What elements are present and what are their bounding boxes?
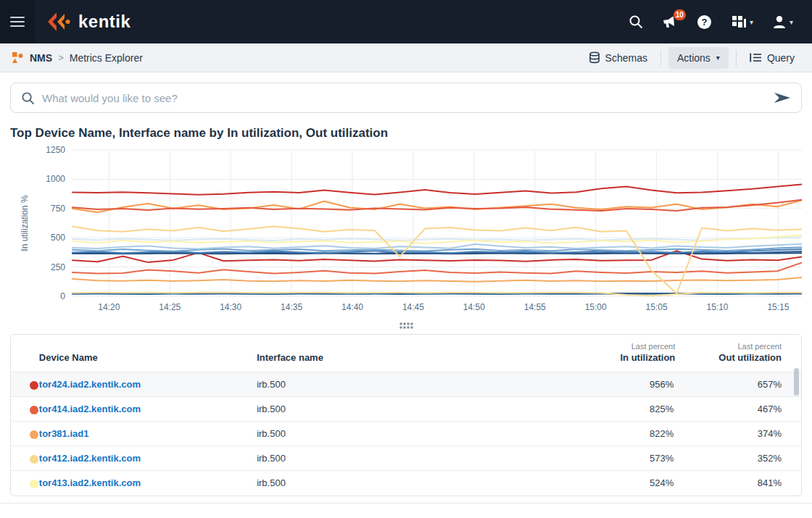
out-utilization-cell: 841% — [675, 471, 801, 496]
chevron-down-icon: ▾ — [750, 18, 753, 26]
global-search-button[interactable] — [629, 14, 643, 29]
actions-label: Actions — [677, 52, 710, 64]
x-tick-label: 14:35 — [281, 302, 302, 312]
device-name-cell: tor381.iad1 — [39, 422, 257, 446]
help-icon: ? — [697, 14, 712, 30]
col-out-utilization-header[interactable]: Last percent Out utilization — [675, 335, 801, 372]
table-row[interactable]: tor413.iad2.kentik.comirb.500524%841% — [11, 471, 801, 496]
y-tick-label: 750 — [51, 204, 65, 214]
breadcrumb-nms[interactable]: NMS — [30, 52, 52, 64]
breadcrumb: NMS > Metrics Explorer — [12, 51, 143, 64]
y-tick-label: 250 — [51, 262, 65, 272]
series-color-cell — [11, 446, 39, 471]
bottom-divider — [0, 503, 812, 504]
in-utilization-cell: 524% — [553, 471, 676, 496]
chart-line-tor424-iad2-kentik-com-irb-500 — [72, 185, 802, 195]
logo-text: kentik — [78, 12, 130, 32]
chart-line-series-7 — [72, 244, 802, 249]
device-name-cell: tor414.iad2.kentik.com — [39, 397, 257, 422]
series-color-cell — [11, 397, 39, 422]
nms-module-icon — [12, 51, 24, 64]
submit-query-button[interactable] — [774, 92, 791, 104]
top-navbar: kentik 10 ? — [0, 0, 812, 43]
col-dot-header — [11, 335, 39, 372]
query-icon — [750, 52, 762, 63]
table-row[interactable]: tor424.iad2.kentik.comirb.500956%657% — [11, 372, 801, 397]
notifications-button[interactable]: 10 — [662, 14, 678, 29]
out-utilization-cell: 352% — [675, 446, 801, 471]
sidebar-toggle[interactable] — [0, 0, 35, 43]
help-button[interactable]: ? — [697, 14, 712, 30]
y-tick-label: 0 — [60, 291, 65, 301]
device-name-cell: tor412.iad2.kentik.com — [39, 446, 257, 471]
user-icon — [772, 14, 787, 29]
table-header-row: Device Name Interface name Last percent … — [11, 335, 801, 372]
table-row[interactable]: tor381.iad1irb.500822%374% — [11, 422, 801, 446]
interface-name-cell: irb.500 — [257, 446, 553, 471]
chart-line-series-14 — [72, 277, 802, 282]
device-name-cell: tor413.iad2.kentik.com — [39, 471, 257, 496]
device-link[interactable]: tor381.iad1 — [39, 428, 89, 439]
panel-resize-handle[interactable] — [395, 323, 417, 328]
interface-name-cell: irb.500 — [257, 471, 553, 496]
search-icon — [21, 91, 35, 105]
database-icon — [589, 51, 600, 64]
out-utilization-cell: 374% — [675, 422, 801, 446]
device-link[interactable]: tor424.iad2.kentik.com — [39, 379, 141, 390]
in-utilization-cell: 573% — [553, 446, 676, 471]
actions-button[interactable]: Actions ▾ — [668, 47, 729, 69]
y-tick-label: 500 — [51, 233, 65, 243]
schemas-label: Schemas — [605, 52, 647, 64]
chart-line-tor381-iad1-irb-500 — [72, 200, 802, 212]
device-link[interactable]: tor413.iad2.kentik.com — [39, 477, 141, 488]
chart-line-series-13 — [72, 262, 802, 273]
col-in-utilization-header[interactable]: Last percent In utilization — [553, 335, 676, 372]
breadcrumb-bar: NMS > Metrics Explorer Schemas Actions ▾ — [0, 43, 812, 72]
svg-text:?: ? — [701, 17, 707, 28]
series-color-dot — [30, 430, 38, 439]
query-label: Query — [767, 52, 795, 64]
breadcrumb-separator: > — [58, 52, 64, 63]
table-row[interactable]: tor412.iad2.kentik.comirb.500573%352% — [11, 446, 801, 471]
divider — [660, 50, 661, 66]
in-utilization-cell: 825% — [553, 397, 676, 422]
query-button[interactable]: Query — [744, 48, 800, 68]
schemas-button[interactable]: Schemas — [583, 47, 653, 68]
utilization-chart: 02505007501000125014:2014:2514:3014:3514… — [0, 142, 812, 319]
x-tick-label: 14:55 — [524, 302, 546, 312]
table-row[interactable]: tor414.iad2.kentik.comirb.500825%467% — [11, 397, 801, 422]
nl-query-searchbox — [10, 83, 802, 113]
org-switcher-button[interactable]: ▾ — [731, 14, 753, 29]
x-tick-label: 15:00 — [585, 302, 607, 312]
breadcrumb-page: Metrics Explorer — [70, 52, 143, 64]
x-tick-label: 15:15 — [767, 302, 789, 312]
in-utilization-cell: 822% — [553, 422, 676, 446]
chart-canvas: 02505007501000125014:2014:2514:3014:3514… — [10, 142, 802, 316]
out-utilization-cell: 657% — [675, 372, 801, 397]
x-tick-label: 14:45 — [402, 302, 424, 312]
send-arrow-icon — [774, 92, 791, 104]
col-interface-header[interactable]: Interface name — [257, 335, 553, 372]
out-utilization-cell: 467% — [675, 397, 801, 422]
series-color-cell — [11, 422, 39, 446]
x-tick-label: 14:50 — [463, 302, 485, 312]
device-link[interactable]: tor412.iad2.kentik.com — [39, 453, 141, 464]
table-scrollbar-thumb[interactable] — [794, 368, 799, 396]
in-utilization-cell: 956% — [553, 372, 676, 397]
series-color-dot — [30, 381, 38, 390]
kentik-logo-icon — [45, 11, 72, 33]
kentik-logo[interactable]: kentik — [45, 11, 130, 33]
col-device-header[interactable]: Device Name — [39, 335, 257, 372]
y-axis-label: In utilization % — [20, 195, 30, 251]
search-input[interactable] — [42, 92, 774, 104]
chevron-down-icon: ▾ — [716, 54, 720, 62]
page-title: Top Device Name, Interface name by In ut… — [0, 113, 812, 142]
interface-name-cell: irb.500 — [257, 397, 553, 422]
search-icon — [629, 14, 643, 29]
device-link[interactable]: tor414.iad2.kentik.com — [39, 404, 141, 414]
series-color-dot — [30, 406, 38, 414]
results-table-card: Device Name Interface name Last percent … — [10, 334, 802, 496]
x-tick-label: 14:25 — [159, 302, 181, 312]
user-menu-button[interactable]: ▾ — [772, 14, 793, 29]
chart-line-tor414-iad2-kentik-com-irb-500 — [72, 200, 802, 211]
